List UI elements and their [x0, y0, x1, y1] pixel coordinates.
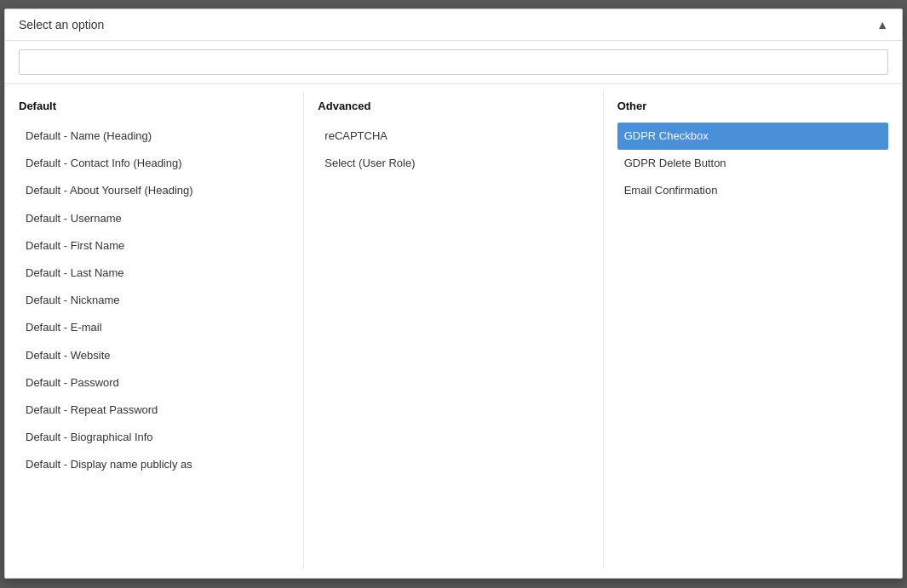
chevron-up-icon[interactable]: ▲ [876, 18, 888, 31]
list-item-gdpr-checkbox[interactable]: GDPR Checkbox [617, 123, 888, 150]
overlay: Select an option ▲ Default Default - Nam… [0, 0, 907, 588]
list-item[interactable]: Select (User Role) [318, 150, 588, 177]
list-item[interactable]: Default - Nickname [19, 287, 290, 314]
dropdown-header[interactable]: Select an option ▲ [5, 9, 902, 41]
columns-container: Default Default - Name (Heading) Default… [5, 84, 902, 578]
list-item[interactable]: Default - Contact Info (Heading) [19, 150, 290, 177]
other-column-header: Other [617, 93, 888, 123]
other-column: Other GDPR Checkbox GDPR Delete Button E… [604, 93, 902, 569]
list-item[interactable]: Default - Repeat Password [19, 397, 290, 424]
list-item-gdpr-delete[interactable]: GDPR Delete Button [617, 150, 888, 177]
list-item[interactable]: reCAPTCHA [318, 123, 588, 150]
dropdown-panel: Select an option ▲ Default Default - Nam… [4, 9, 903, 579]
list-item[interactable]: Default - Password [19, 369, 290, 397]
list-item[interactable]: Default - E-mail [19, 314, 290, 341]
advanced-column-header: Advanced [318, 93, 588, 123]
search-input[interactable] [19, 49, 888, 75]
list-item[interactable]: Default - Last Name [19, 260, 290, 287]
default-column-header: Default [19, 93, 290, 123]
list-item[interactable]: Default - About Yourself (Heading) [19, 177, 290, 204]
list-item[interactable]: Default - Name (Heading) [19, 123, 290, 150]
list-item-email-confirmation[interactable]: Email Confirmation [617, 177, 888, 204]
search-box-wrapper [5, 41, 902, 84]
list-item[interactable]: Default - Biographical Info [19, 424, 290, 451]
list-item[interactable]: Default - Display name publicly as [19, 451, 290, 478]
list-item[interactable]: Default - Website [19, 342, 290, 369]
dropdown-title: Select an option [19, 18, 104, 31]
advanced-column: Advanced reCAPTCHA Select (User Role) [304, 93, 603, 569]
list-item[interactable]: Default - Username [19, 205, 290, 232]
list-item[interactable]: Default - First Name [19, 232, 290, 260]
default-column: Default Default - Name (Heading) Default… [5, 93, 304, 569]
